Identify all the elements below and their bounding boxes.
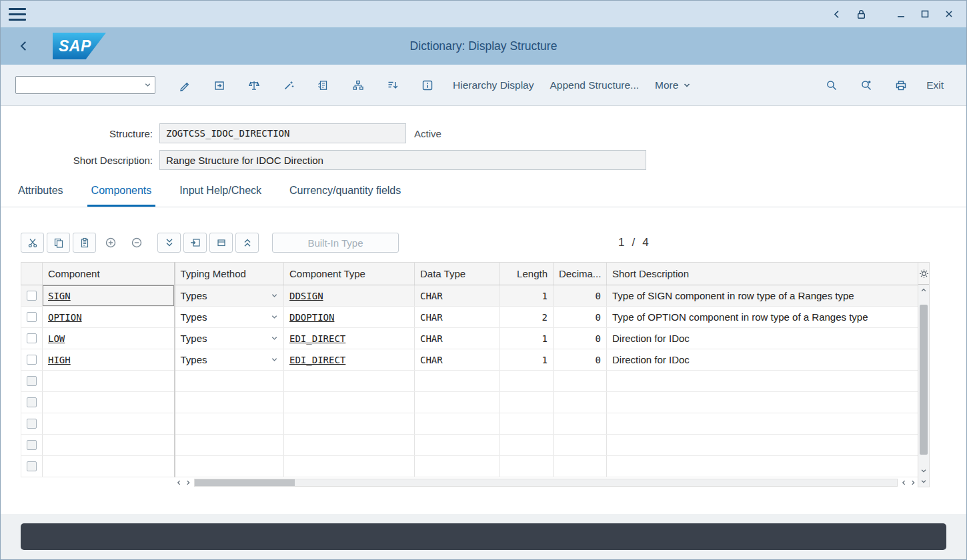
col-header-component-type[interactable]: Component Type <box>284 263 415 285</box>
row-checkbox[interactable] <box>27 291 37 301</box>
exit-button[interactable]: Exit <box>918 73 952 97</box>
typing-method-dropdown[interactable]: Types <box>181 311 279 323</box>
hierarchy-icon[interactable] <box>347 74 369 97</box>
scroll-right-end-icon[interactable] <box>908 477 918 488</box>
component-type-link[interactable]: EDI_DIRECT <box>289 355 345 365</box>
builtin-type-label: Built-In Type <box>307 237 363 249</box>
horizontal-scroll-track[interactable] <box>194 479 898 487</box>
component-link[interactable]: SIGN <box>48 291 71 301</box>
append-structure-button[interactable]: Append Structure... <box>542 73 647 97</box>
search-more-icon[interactable] <box>855 74 878 97</box>
component-type-link[interactable]: DDOPTION <box>289 312 334 323</box>
row-checkbox[interactable] <box>27 376 37 386</box>
length-cell: 2 <box>500 307 554 328</box>
component-link[interactable]: LOW <box>48 333 65 344</box>
row-checkbox[interactable] <box>27 419 37 429</box>
tab-currency-quantity-fields[interactable]: Currency/quantity fields <box>285 177 405 207</box>
check-icon[interactable] <box>243 74 265 97</box>
col-header-decimals[interactable]: Decima... <box>554 263 607 285</box>
short-description-cell: Type of OPTION component in row type of … <box>607 307 918 328</box>
sap-logo-text: SAP <box>59 37 91 55</box>
row-checkbox[interactable] <box>27 333 37 343</box>
page-current: 1 <box>618 236 624 249</box>
tab-input-help-check[interactable]: Input Help/Check <box>175 177 265 207</box>
scroll-down-page-icon[interactable] <box>918 476 929 487</box>
where-used-icon[interactable] <box>312 74 335 97</box>
decimals-cell: 0 <box>554 285 607 307</box>
row-checkbox[interactable] <box>27 355 37 365</box>
vertical-scroll-thumb[interactable] <box>920 305 928 455</box>
table-settings-gear-icon[interactable] <box>918 263 929 285</box>
hierarchy-display-button[interactable]: Hierarchy Display <box>445 73 542 97</box>
data-type-cell: CHAR <box>415 285 500 307</box>
tab-components[interactable]: Components <box>87 177 156 207</box>
col-header-typing-method[interactable]: Typing Method <box>175 263 284 285</box>
minimize-icon[interactable] <box>892 5 910 23</box>
insert-row-icon[interactable] <box>99 233 122 253</box>
tab-strip: Attributes Components Input Help/Check C… <box>1 177 966 207</box>
col-header-data-type[interactable]: Data Type <box>415 263 500 285</box>
delete-line-icon[interactable] <box>209 233 233 253</box>
close-icon[interactable] <box>940 5 958 23</box>
component-link[interactable]: OPTION <box>48 312 82 323</box>
app-toolbar: Hierarchy Display Append Structure... Mo… <box>1 65 966 106</box>
component-type-link[interactable]: EDI_DIRECT <box>289 333 345 344</box>
insert-line-icon[interactable] <box>183 233 207 253</box>
scroll-down-icon[interactable] <box>918 465 929 476</box>
horizontal-scroll-thumb[interactable] <box>195 479 295 486</box>
row-checkbox[interactable] <box>27 440 37 450</box>
scroll-right-icon[interactable] <box>183 477 193 488</box>
component-type-link[interactable]: DDSIGN <box>289 291 323 301</box>
chevron-down-icon <box>271 335 278 342</box>
horizontal-scrollbar <box>21 477 918 488</box>
scroll-left-icon[interactable] <box>174 477 183 488</box>
command-dropdown-icon[interactable] <box>140 81 155 89</box>
print-icon[interactable] <box>890 74 912 97</box>
component-link[interactable]: HIGH <box>48 355 71 365</box>
row-checkbox[interactable] <box>27 397 37 407</box>
short-description-field[interactable]: Range Structure for IDOC Direction <box>159 150 646 170</box>
scroll-up-icon[interactable] <box>918 285 929 295</box>
display-change-icon[interactable] <box>173 74 196 97</box>
sort-icon[interactable] <box>381 74 404 97</box>
scroll-left-end-icon[interactable] <box>899 477 908 488</box>
tab-currency-quantity-fields-label: Currency/quantity fields <box>289 185 401 197</box>
cut-icon[interactable] <box>21 233 44 253</box>
paste-icon[interactable] <box>73 233 96 253</box>
search-icon[interactable] <box>820 74 843 97</box>
maximize-icon[interactable] <box>916 5 934 23</box>
select-all-header[interactable] <box>21 263 43 285</box>
display-object-icon[interactable] <box>208 74 231 97</box>
col-header-short-description[interactable]: Short Description <box>607 263 918 285</box>
back-icon[interactable] <box>13 35 35 57</box>
typing-method-dropdown[interactable]: Types <box>181 333 279 344</box>
copy-icon[interactable] <box>47 233 70 253</box>
typing-method-value: Types <box>181 333 207 344</box>
activate-icon[interactable] <box>277 74 300 97</box>
typing-method-dropdown[interactable]: Types <box>181 290 279 301</box>
tab-attributes[interactable]: Attributes <box>14 177 67 207</box>
page-separator: / <box>632 236 635 249</box>
back-history-icon[interactable] <box>828 5 846 23</box>
row-checkbox[interactable] <box>27 312 37 322</box>
typing-method-dropdown[interactable]: Types <box>181 354 279 365</box>
information-icon[interactable] <box>416 74 439 97</box>
menu-icon[interactable] <box>9 8 26 21</box>
vertical-scroll-track[interactable] <box>918 295 929 465</box>
hierarchy-display-label: Hierarchy Display <box>453 79 534 91</box>
structure-field[interactable]: ZOGTCSS_IDOC_DIRECTION <box>159 123 406 143</box>
builtin-type-button[interactable]: Built-In Type <box>272 233 399 253</box>
col-header-component[interactable]: Component <box>43 263 175 285</box>
more-button[interactable]: More <box>647 73 699 97</box>
length-cell: 1 <box>500 285 554 307</box>
empty-row <box>21 392 918 413</box>
col-header-length[interactable]: Length <box>500 263 554 285</box>
delete-row-icon[interactable] <box>125 233 148 253</box>
command-input[interactable] <box>16 77 140 93</box>
page-title: Dictionary: Display Structure <box>147 39 820 53</box>
lock-icon[interactable] <box>852 5 870 23</box>
page-down-icon[interactable] <box>157 233 181 253</box>
row-checkbox[interactable] <box>27 461 37 471</box>
page-up-icon[interactable] <box>235 233 259 253</box>
typing-method-value: Types <box>181 290 207 301</box>
